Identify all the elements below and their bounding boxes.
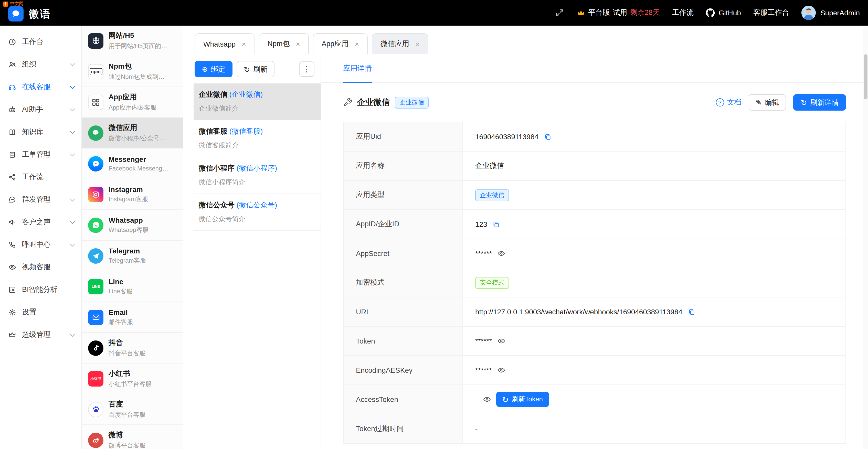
detail-title: 企业微信 (357, 97, 390, 108)
channel-item-npm[interactable]: npm Npm包通过Npm包集成到… (82, 56, 183, 87)
sidebar-item-organization[interactable]: 组织 (0, 53, 82, 76)
list-item-link[interactable]: (微信公众号) (237, 201, 277, 209)
sidebar-item-ticket-management[interactable]: 工单管理 (0, 143, 82, 166)
sidebar-item-workflow[interactable]: 工作流 (0, 166, 82, 188)
channel-name: Telegram (108, 247, 146, 255)
refresh-icon: ↻ (801, 99, 807, 106)
chart-icon (8, 286, 17, 294)
close-icon[interactable]: × (415, 40, 420, 48)
channel-item-whatsapp[interactable]: WhatsappWhatsapp客服 (82, 210, 183, 240)
list-item-link[interactable]: (微信客服) (229, 127, 263, 135)
sidebar-item-customer-voice[interactable]: 客户之声 (0, 211, 82, 233)
nav-workflow-link[interactable]: 工作流 (672, 8, 694, 18)
close-icon[interactable]: × (355, 40, 359, 48)
copy-icon[interactable] (687, 308, 695, 316)
channel-item-line[interactable]: LINE LineLine客服 (82, 271, 183, 302)
channel-item-instagram[interactable]: InstagramInstagram客服 (82, 179, 183, 210)
plan-name: 平台版 (588, 8, 610, 18)
wechat-icon (88, 125, 103, 140)
sidebar-item-mass-messaging[interactable]: 群发管理 (0, 188, 82, 211)
channel-item-baidu[interactable]: 百度百度平台客服 (82, 394, 183, 425)
more-button[interactable]: ⋮ (299, 61, 314, 77)
page-scrollbar[interactable] (863, 27, 868, 449)
plan-status[interactable]: 平台版 试用 剩余28天 (577, 8, 660, 18)
tab-npm[interactable]: Npm包 × (258, 33, 309, 54)
gear-icon (8, 308, 17, 316)
list-item-wechat-official[interactable]: 微信公众号 (微信公众号) 微信公众号简介 (193, 194, 320, 231)
sidebar-item-bi-analytics[interactable]: BI智能分析 (0, 279, 82, 301)
edit-button[interactable]: ✎ 编辑 (748, 94, 786, 110)
sidebar-item-label: AI助手 (22, 105, 65, 114)
table-row: Token过期时间 - (344, 414, 845, 443)
channel-item-douyin[interactable]: 抖音抖音平台客服 (82, 333, 183, 363)
eye-icon[interactable] (497, 366, 505, 374)
sidebar-item-knowledge-base[interactable]: 知识库 (0, 121, 82, 143)
list-item-wechat-kefu[interactable]: 微信客服 (微信客服) 微信客服简介 (193, 120, 320, 157)
channel-item-weibo[interactable]: 微博微博平台客服 (82, 425, 183, 449)
chevron-down-icon (70, 196, 75, 201)
refresh-details-button[interactable]: ↻ 刷新详情 (794, 94, 846, 110)
sidebar-item-settings[interactable]: 设置 (0, 301, 82, 324)
sidebar-item-video-service[interactable]: 视频客服 (0, 256, 82, 279)
tab-wechat-app[interactable]: 微信应用 × (372, 33, 428, 54)
top-header: 中 中文网 微语 平台版 试用 剩余28天 工作流 (0, 0, 868, 26)
app-type-chip: 企业微信 (395, 97, 429, 108)
tab-app[interactable]: App应用 × (313, 33, 368, 54)
bind-button[interactable]: ⊕ 绑定 (195, 61, 232, 77)
channel-item-email[interactable]: Email邮件客服 (82, 302, 183, 333)
copy-icon[interactable] (544, 133, 551, 140)
channel-name: 小红书 (108, 369, 152, 378)
access-token-value: - (475, 395, 477, 404)
row-label: AccessToken (344, 385, 463, 414)
channel-item-telegram[interactable]: TelegramTelegram客服 (82, 240, 183, 271)
refresh-button[interactable]: ↻ 刷新 (236, 61, 275, 77)
user-menu[interactable]: SuperAdmin (801, 6, 860, 20)
main-content: Whatsapp × Npm包 × App应用 × 微信应用 × ⊕ (183, 26, 868, 449)
close-icon[interactable]: × (296, 40, 300, 48)
chevron-down-icon (70, 84, 75, 89)
channel-item-xiaohongshu[interactable]: 小红书 小红书小红书平台客服 (82, 363, 183, 394)
copy-icon[interactable] (492, 220, 500, 228)
eye-icon[interactable] (497, 249, 505, 258)
email-icon (88, 310, 103, 325)
list-item-wechat-work[interactable]: 企业微信 (企业微信) 企业微信简介 (193, 84, 320, 120)
nav-github-link[interactable]: GitHub (706, 8, 741, 18)
scrollbar-thumb[interactable] (864, 54, 867, 99)
refresh-icon: ↻ (502, 395, 508, 403)
chinese-site-badge[interactable]: 中 中文网 (3, 1, 24, 7)
docs-link[interactable]: ? 文档 (716, 98, 741, 107)
refresh-token-button[interactable]: ↻ 刷新Token (496, 392, 549, 407)
clipboard-icon (8, 151, 17, 159)
close-icon[interactable]: × (242, 40, 246, 48)
fullscreen-icon[interactable] (555, 8, 564, 18)
baidu-paw-icon (88, 402, 103, 417)
channel-list: 网站/H5用于网站/H5页面的… npm Npm包通过Npm包集成到… App应… (82, 26, 183, 449)
tab-whatsapp[interactable]: Whatsapp × (195, 33, 254, 54)
list-item-link[interactable]: (企业微信) (229, 90, 263, 98)
row-value: - (463, 414, 845, 443)
nav-workbench-link[interactable]: 客服工作台 (753, 8, 789, 18)
tab-app-details[interactable]: 应用详情 (343, 54, 372, 83)
sidebar-item-online-service[interactable]: 在线客服 (0, 76, 82, 98)
chevron-down-icon (70, 151, 75, 156)
logo-chat-icon (8, 6, 24, 22)
sidebar-item-call-center[interactable]: 呼叫中心 (0, 233, 82, 256)
sidebar-item-super-admin[interactable]: 超级管理 (0, 324, 82, 346)
channel-item-messenger[interactable]: MessengerFacebook Messeng… (82, 149, 183, 179)
sidebar-item-workbench[interactable]: 工作台 (0, 31, 82, 53)
app-logo[interactable]: 微语 (8, 6, 51, 22)
channel-desc: 通过Npm包集成到… (108, 72, 165, 81)
sidebar-item-ai-assistant[interactable]: AI助手 (0, 98, 82, 121)
app-type-badge: 企业微信 (475, 189, 509, 201)
channel-item-website-h5[interactable]: 网站/H5用于网站/H5页面的… (82, 26, 183, 56)
channel-desc: 抖音平台客服 (108, 349, 146, 358)
app-uid-value: 1690460389113984 (475, 133, 538, 141)
detail-panel: 应用详情 企业微信 企业微信 ? 文档 ✎ 编辑 (321, 54, 868, 449)
list-item-link[interactable]: (微信小程序) (237, 164, 277, 172)
channel-item-wechat[interactable]: 微信应用微信小程序/公众号… (82, 118, 183, 149)
eye-icon[interactable] (497, 337, 505, 345)
list-item-wechat-miniprogram[interactable]: 微信小程序 (微信小程序) 微信小程序简介 (193, 157, 320, 194)
appid-value: 123 (475, 220, 487, 228)
channel-item-app[interactable]: App应用App应用内嵌客服 (82, 87, 183, 118)
eye-icon[interactable] (483, 395, 491, 404)
